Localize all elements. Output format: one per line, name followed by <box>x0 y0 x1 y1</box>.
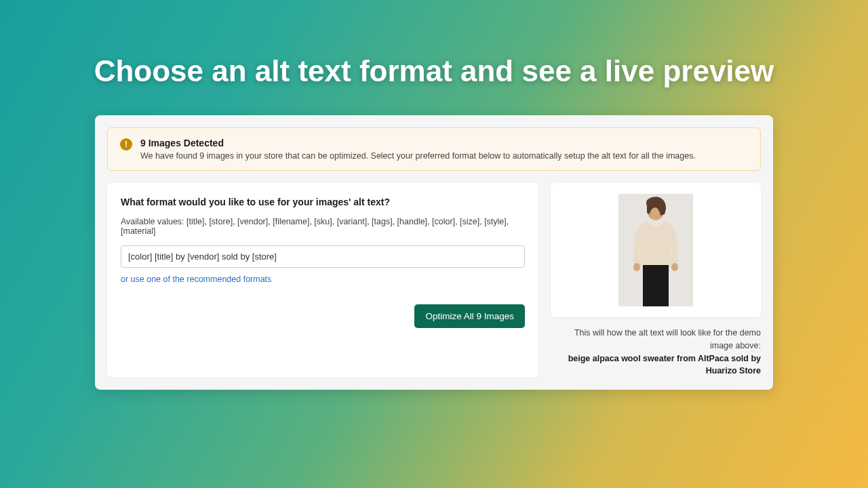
format-question: What format would you like to use for yo… <box>121 197 525 207</box>
banner-description: We have found 9 images in your store tha… <box>140 151 696 161</box>
warning-icon: ! <box>120 138 132 150</box>
main-row: What format would you like to use for yo… <box>107 183 761 378</box>
optimize-button[interactable]: Optimize All 9 Images <box>414 304 525 328</box>
caption-result: beige alpaca wool sweater from AltPaca s… <box>568 354 761 376</box>
caption-prefix: This will how the alt text will look lik… <box>574 328 761 350</box>
format-input[interactable] <box>121 245 525 268</box>
preview-panel: This will how the alt text will look lik… <box>551 183 761 378</box>
preview-product-image <box>618 194 693 306</box>
recommended-formats-link[interactable]: or use one of the recommended formats <box>121 274 525 284</box>
page-title: Choose an alt text format and see a live… <box>0 0 868 88</box>
svg-point-6 <box>671 263 678 271</box>
svg-point-5 <box>633 263 640 271</box>
available-values-label: Available values: [title], [store], [ven… <box>121 217 525 236</box>
format-panel: What format would you like to use for yo… <box>107 183 538 378</box>
svg-rect-2 <box>643 265 669 306</box>
banner-content: 9 Images Detected We have found 9 images… <box>140 138 696 161</box>
main-card: ! 9 Images Detected We have found 9 imag… <box>95 115 773 390</box>
banner-heading: 9 Images Detected <box>140 138 696 148</box>
preview-caption: This will how the alt text will look lik… <box>551 327 761 378</box>
button-row: Optimize All 9 Images <box>121 304 525 328</box>
detection-banner: ! 9 Images Detected We have found 9 imag… <box>107 127 761 171</box>
preview-image-box <box>551 183 761 317</box>
